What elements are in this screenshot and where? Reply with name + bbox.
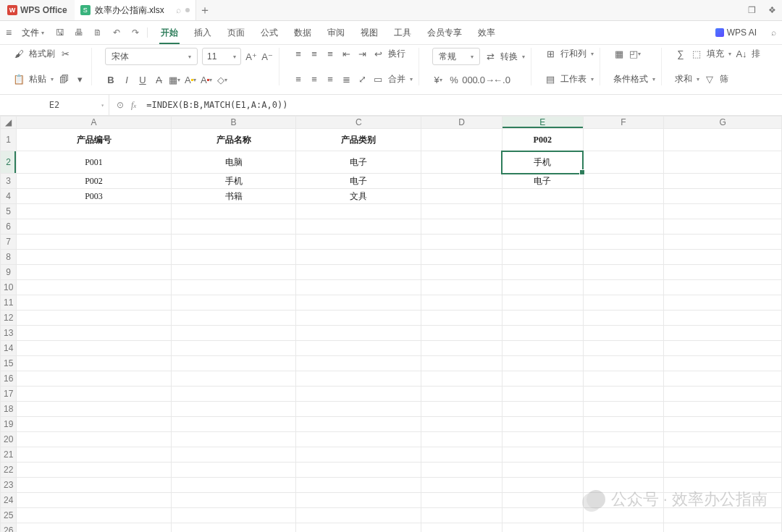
cell-C4[interactable]: 文具 [296, 189, 421, 204]
cell-A2[interactable]: P001 [17, 151, 171, 174]
cell-D24[interactable] [421, 493, 503, 508]
cell-C13[interactable] [296, 326, 421, 341]
sum-label[interactable]: 求和 [675, 73, 692, 85]
cell-D23[interactable] [421, 478, 503, 493]
cell-G3[interactable] [664, 174, 782, 189]
cell-B21[interactable] [171, 447, 296, 463]
filter-icon[interactable]: ▽ [704, 74, 715, 85]
cell-E14[interactable] [502, 341, 583, 356]
decimal-inc-icon[interactable]: .0→ [480, 74, 492, 85]
cell-A19[interactable] [17, 417, 171, 432]
bold-icon[interactable]: B [105, 74, 117, 85]
clear-format-icon[interactable]: ◇▾ [216, 74, 228, 85]
cell-F13[interactable] [583, 326, 664, 341]
filter-label[interactable]: 筛 [720, 73, 728, 85]
cond-format-label[interactable]: 条件格式 [613, 73, 648, 85]
align-top-icon[interactable]: ≡ [293, 48, 304, 60]
row-2[interactable]: 2P001电脑电子手机 [1, 151, 782, 174]
cell-F4[interactable] [583, 189, 664, 204]
col-header-A[interactable]: A [17, 117, 171, 129]
row-header-16[interactable]: 16 [1, 371, 17, 387]
row-header-26[interactable]: 26 [1, 523, 17, 533]
fill-label[interactable]: 填充 [707, 48, 724, 60]
row-12[interactable]: 12 [1, 311, 782, 326]
row-header-9[interactable]: 9 [1, 265, 17, 280]
cell-D7[interactable] [421, 235, 503, 250]
font-grow-icon[interactable]: A⁺ [245, 51, 257, 62]
cell-E13[interactable] [502, 326, 583, 341]
row-header-13[interactable]: 13 [1, 326, 17, 341]
cell-A9[interactable] [17, 265, 171, 280]
cell-F8[interactable] [583, 250, 664, 265]
preview-icon[interactable]: 🗎 [92, 28, 104, 38]
cell-F16[interactable] [583, 371, 664, 387]
cell-B10[interactable] [171, 280, 296, 295]
cell-E7[interactable] [502, 235, 583, 250]
file-menu[interactable]: 文件 ▾ [19, 27, 47, 39]
cell-G16[interactable] [664, 371, 782, 387]
cell-B6[interactable] [171, 219, 296, 235]
redo-icon[interactable]: ↷ [130, 28, 141, 38]
format-painter-icon[interactable]: 🖌 [13, 48, 25, 60]
tab-tools[interactable]: 工具 [392, 22, 413, 43]
cell-D3[interactable] [421, 174, 503, 189]
row-16[interactable]: 16 [1, 371, 782, 387]
cell-F26[interactable] [583, 523, 664, 533]
row-5[interactable]: 5 [1, 204, 782, 219]
row-21[interactable]: 21 [1, 447, 782, 463]
cell-A14[interactable] [17, 341, 171, 356]
cell-G15[interactable] [664, 356, 782, 371]
cell-D21[interactable] [421, 447, 503, 463]
cell-G26[interactable] [664, 523, 782, 533]
cell-C2[interactable]: 电子 [296, 151, 421, 174]
crop-icon[interactable]: ◰▾ [629, 48, 641, 59]
cell-C25[interactable] [296, 508, 421, 523]
wps-ai-button[interactable]: WPS AI [715, 28, 757, 38]
cell-D10[interactable] [421, 280, 503, 295]
tab-member[interactable]: 会员专享 [426, 22, 463, 43]
cell-F6[interactable] [583, 219, 664, 235]
cell-D22[interactable] [421, 463, 503, 478]
hamburger-icon[interactable]: ≡ [6, 27, 12, 38]
cell-C21[interactable] [296, 447, 421, 463]
tab-data[interactable]: 数据 [293, 22, 313, 43]
app-brand[interactable]: W WPS Office [0, 5, 75, 15]
row-header-6[interactable]: 6 [1, 219, 17, 235]
cell-E2[interactable]: 手机 [502, 151, 583, 174]
cell-C18[interactable] [296, 402, 421, 417]
cell-C5[interactable] [296, 204, 421, 219]
cell-E16[interactable] [502, 371, 583, 387]
cell-D8[interactable] [421, 250, 503, 265]
row-1[interactable]: 1产品编号产品名称产品类别P002 [1, 129, 782, 151]
orientation-icon[interactable]: ⤢ [356, 74, 368, 85]
cond-format-icon[interactable]: ▦ [613, 48, 625, 59]
cell-D26[interactable] [421, 523, 503, 533]
row-18[interactable]: 18 [1, 402, 782, 417]
decimal-dec-icon[interactable]: ←.0 [496, 74, 508, 85]
row-11[interactable]: 11 [1, 295, 782, 311]
cell-C9[interactable] [296, 265, 421, 280]
cell-B23[interactable] [171, 478, 296, 493]
cell-C6[interactable] [296, 219, 421, 235]
row-13[interactable]: 13 [1, 326, 782, 341]
row-header-8[interactable]: 8 [1, 250, 17, 265]
cell-G24[interactable] [664, 493, 782, 508]
worksheet-icon[interactable]: ▤ [545, 74, 556, 85]
row-col-label[interactable]: 行和列 [560, 48, 586, 60]
cell-C12[interactable] [296, 311, 421, 326]
row-header-10[interactable]: 10 [1, 280, 17, 295]
wrap-icon[interactable]: ↩ [372, 48, 384, 60]
font-name-select[interactable]: 宋体▾ [105, 48, 198, 65]
paste-icon[interactable]: 📋 [13, 74, 25, 85]
sort-icon[interactable]: A↓ [736, 48, 747, 60]
cell-C20[interactable] [296, 432, 421, 447]
cell-E17[interactable] [502, 387, 583, 402]
cell-B26[interactable] [171, 523, 296, 533]
cell-B19[interactable] [171, 417, 296, 432]
cell-A16[interactable] [17, 371, 171, 387]
cell-E25[interactable] [502, 508, 583, 523]
cell-A18[interactable] [17, 402, 171, 417]
cell-A4[interactable]: P003 [17, 189, 171, 204]
cell-E6[interactable] [502, 219, 583, 235]
clipboard-more-icon[interactable]: ▾ [74, 74, 85, 85]
